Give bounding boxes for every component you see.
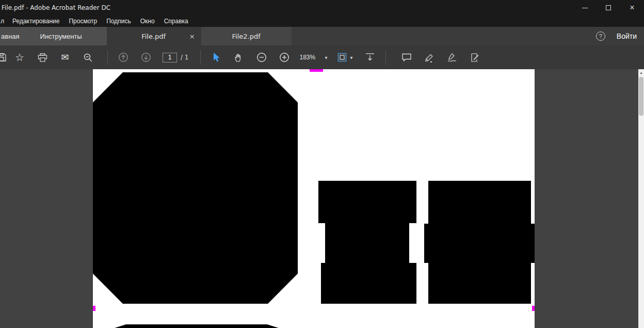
redaction-block bbox=[93, 72, 298, 304]
toolbar-separator bbox=[385, 51, 386, 64]
next-page-button[interactable] bbox=[135, 45, 157, 69]
toolbar-separator bbox=[107, 51, 108, 64]
help-icon[interactable]: ? bbox=[596, 32, 605, 41]
comment-bubble-icon bbox=[401, 53, 412, 62]
hand-tool-button[interactable] bbox=[228, 45, 250, 69]
menu-item-edit[interactable]: Редактирование bbox=[8, 15, 64, 27]
arrow-up-circle-icon bbox=[118, 52, 129, 63]
hand-icon bbox=[234, 53, 244, 63]
redaction-block bbox=[318, 181, 416, 223]
annotation-mark bbox=[310, 69, 323, 72]
minimize-button[interactable] bbox=[573, 0, 597, 15]
highlight-button[interactable] bbox=[418, 45, 441, 69]
maximize-icon bbox=[606, 5, 611, 10]
fill-sign-button[interactable] bbox=[463, 45, 486, 69]
minimize-icon bbox=[582, 8, 588, 8]
zoom-level-dropdown[interactable]: 183% ▾ bbox=[296, 45, 332, 69]
doc-tab-label: File2.pdf bbox=[232, 33, 261, 40]
select-tool-button[interactable] bbox=[205, 45, 228, 69]
doc-tab-file2[interactable]: File2.pdf bbox=[201, 27, 292, 45]
document-viewport: ▲ bbox=[0, 69, 644, 328]
arrow-down-circle-icon bbox=[140, 52, 152, 63]
sign-in-button[interactable]: Войти bbox=[617, 32, 637, 40]
email-button[interactable]: ✉ bbox=[54, 45, 76, 69]
page-fit-icon bbox=[337, 53, 347, 62]
page-pencil-icon bbox=[470, 53, 480, 63]
scrollbar[interactable]: ▲ bbox=[638, 69, 644, 328]
star-icon: ☆ bbox=[15, 51, 24, 64]
cursor-arrow-icon bbox=[212, 52, 221, 63]
favorites-button[interactable]: ☆ bbox=[8, 45, 31, 69]
zoom-level-value: 183% bbox=[300, 54, 316, 61]
tabbar: авная Инструменты File.pdf × File2.pdf ?… bbox=[0, 27, 644, 45]
close-icon: × bbox=[630, 4, 634, 12]
sign-button[interactable] bbox=[441, 45, 463, 69]
magnifier-minus-icon bbox=[83, 53, 93, 63]
page-count-label: / 1 bbox=[181, 54, 189, 61]
minus-circle-icon bbox=[256, 52, 267, 63]
chevron-down-icon: ▾ bbox=[325, 55, 327, 60]
scrollbar-thumb[interactable] bbox=[639, 77, 643, 116]
menu-item-help[interactable]: Справка bbox=[159, 15, 193, 27]
previous-page-button[interactable] bbox=[112, 45, 135, 69]
marquee-zoom-button[interactable] bbox=[76, 45, 99, 69]
annotation-mark bbox=[532, 306, 535, 311]
save-button[interactable] bbox=[0, 45, 7, 69]
redaction-block bbox=[325, 223, 409, 263]
print-button[interactable] bbox=[31, 45, 54, 69]
redaction-block bbox=[428, 181, 531, 224]
redaction-block bbox=[424, 224, 535, 263]
close-button[interactable]: × bbox=[620, 0, 644, 15]
menu-item-sign[interactable]: Подпись bbox=[102, 15, 136, 27]
chevron-down-icon: ▾ bbox=[350, 55, 352, 60]
save-icon bbox=[0, 53, 7, 62]
toolbar: ☆ ✉ / 1 bbox=[0, 45, 644, 69]
tab-home[interactable]: авная bbox=[0, 27, 27, 45]
scrollbar-up-button[interactable]: ▲ bbox=[638, 69, 644, 76]
page-number-input[interactable] bbox=[163, 53, 177, 63]
comment-button[interactable] bbox=[395, 45, 418, 69]
redaction-block bbox=[428, 263, 531, 304]
pdf-page bbox=[93, 69, 535, 328]
highlighter-icon bbox=[424, 53, 434, 63]
annotation-mark bbox=[93, 306, 95, 311]
envelope-icon: ✉ bbox=[61, 52, 69, 63]
printer-icon bbox=[38, 53, 47, 62]
menu-item-window[interactable]: Окно bbox=[136, 15, 159, 27]
tab-close-icon[interactable]: × bbox=[189, 33, 195, 40]
tabbar-right: ? Войти bbox=[292, 27, 644, 45]
doc-tab-file[interactable]: File.pdf × bbox=[107, 27, 201, 45]
doc-tab-label: File.pdf bbox=[141, 33, 166, 40]
toolbar-separator bbox=[200, 51, 201, 64]
redaction-block bbox=[115, 324, 279, 328]
tab-tools[interactable]: Инструменты bbox=[32, 27, 90, 45]
zoom-out-button[interactable] bbox=[250, 45, 273, 69]
page-fit-dropdown[interactable]: ▾ bbox=[332, 45, 359, 69]
zoom-in-button[interactable] bbox=[273, 45, 296, 69]
menu-item-file-partial[interactable]: л bbox=[0, 15, 8, 27]
plus-circle-icon bbox=[279, 52, 290, 63]
maximize-button[interactable] bbox=[597, 0, 620, 15]
window-title: File.pdf - Adobe Acrobat Reader DC bbox=[0, 4, 573, 11]
signature-pen-icon bbox=[447, 53, 457, 63]
redaction-block bbox=[321, 263, 416, 304]
menu-item-view[interactable]: Просмотр bbox=[64, 15, 102, 27]
titlebar: File.pdf - Adobe Acrobat Reader DC × bbox=[0, 0, 644, 15]
menubar: л Редактирование Просмотр Подпись Окно С… bbox=[0, 15, 644, 27]
scroll-mode-button[interactable] bbox=[359, 45, 381, 69]
scroll-mode-icon bbox=[365, 53, 375, 62]
